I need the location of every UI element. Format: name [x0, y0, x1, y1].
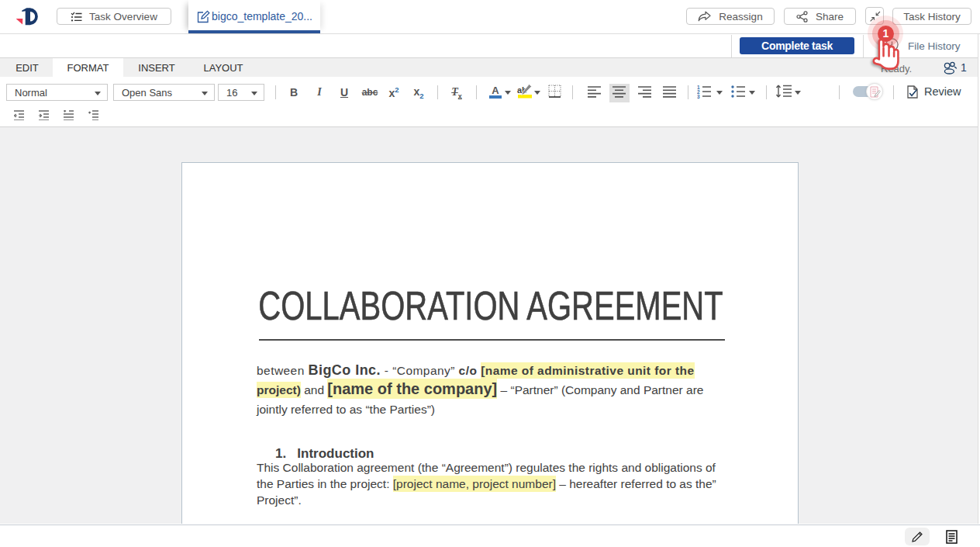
svg-text:3: 3	[697, 94, 700, 99]
